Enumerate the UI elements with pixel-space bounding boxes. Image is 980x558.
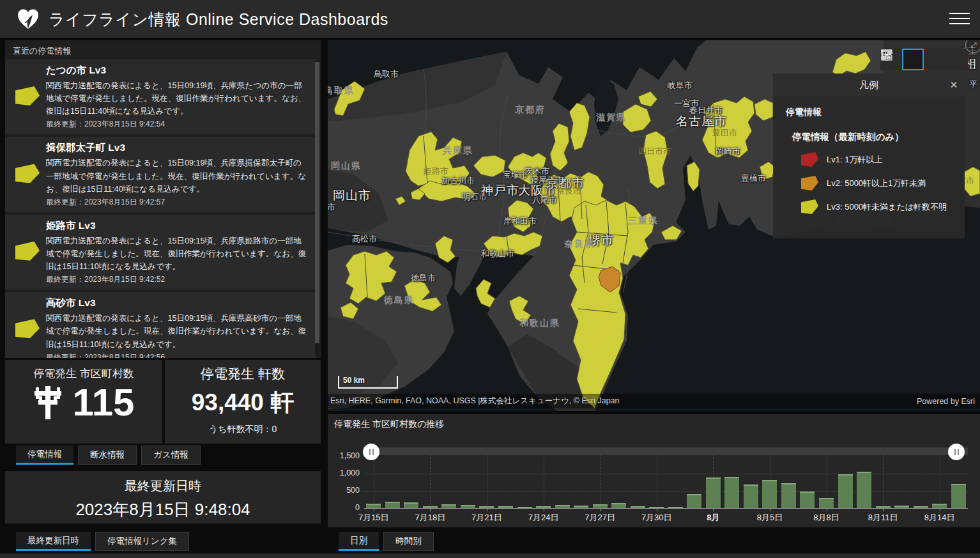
legend-section: 停電情報 (786, 107, 965, 118)
household-count-label: 停電発生 軒数 (165, 365, 321, 383)
legend-rows: Lv1: 1万軒以上Lv2: 5000軒以上1万軒未満Lv3: 5000軒未満ま… (773, 152, 965, 214)
x-axis-tick (374, 509, 374, 511)
tab-断水情報[interactable]: 断水情報 (78, 446, 137, 465)
h-gridline (364, 491, 968, 492)
left-footer-tabs: 最終更新日時停電情報リンク集 (16, 532, 189, 551)
last-update-card: 最終更新日時 2023年8月15日 9:48:04 (5, 471, 321, 523)
x-axis-tick (487, 509, 487, 511)
x-axis-label: 8月5日 (757, 512, 783, 523)
scale-bar: 50 km (338, 376, 398, 389)
h-gridline (364, 474, 968, 474)
v-gridline (600, 447, 601, 508)
news-item[interactable]: 高砂市 Lv3関西電力送配電の発表によると、15日09:15頃、兵庫県高砂市の一… (5, 292, 316, 358)
lv3-flag-icon (15, 86, 40, 105)
attribution-text: Esri, HERE, Garmin, FAO, NOAA, USGS |株式会… (330, 396, 917, 407)
legend-swatch (801, 199, 818, 214)
x-axis-tick (600, 509, 601, 511)
x-axis-label: 7月30日 (641, 512, 672, 523)
bar-8月7日 (800, 492, 815, 508)
news-item-body: 関西電力送配電の発表によると、15日09:15頃、兵庫県姫路市の一部地域で停電が… (46, 235, 307, 273)
x-axis-tick (770, 509, 770, 511)
news-scrollbar[interactable] (315, 61, 319, 355)
app-header: ライフライン情報 Online Service Dashboards (0, 0, 980, 38)
outage-trend-chart: 停電発生 市区町村数の推移 05001,0001,5007月15日7月18日7月… (328, 414, 980, 527)
app-title: ライフライン情報 Online Service Dashboards (49, 9, 388, 30)
news-item-body: 関西電力送配電の発表によると、15日09:19頃、兵庫県揖保郡太子町の一部地域で… (46, 157, 307, 195)
outage-map[interactable]: 鳥取市鳥取県岡山県岡山市敷市京都府滋賀県兵庫県姫路市加古川市明石市神戸市宝塚市大… (328, 40, 980, 411)
x-axis-tick (430, 509, 431, 511)
x-axis-tick (940, 509, 940, 511)
x-axis-tick (883, 509, 884, 511)
x-axis-tick (544, 509, 544, 511)
v-gridline (430, 447, 431, 508)
x-axis-label: 7月18日 (415, 512, 446, 523)
bar-8月9日 (838, 474, 853, 508)
v-gridline (544, 447, 544, 508)
bar-8月15日 (951, 484, 966, 508)
y-axis-label: 0 (329, 503, 360, 512)
y-axis-label: 1,000 (329, 469, 360, 477)
news-item[interactable]: 姫路市 Lv3関西電力送配電の発表によると、15日09:15頃、兵庫県姫路市の一… (5, 215, 316, 290)
news-item[interactable]: 揖保郡太子町 Lv3関西電力送配電の発表によると、15日09:19頃、兵庫県揖保… (5, 137, 316, 212)
bar-8月8日 (819, 498, 834, 508)
news-item[interactable]: たつの市 Lv3関西電力送配電の発表によると、15日09:19頃、兵庫県たつの市… (5, 59, 316, 134)
news-item-updated: 最終更新：2023年8月15日 9:42:56 (46, 352, 307, 358)
utility-pole-icon (33, 385, 63, 420)
bar-8月5日 (762, 480, 777, 508)
legend-item: Lv3: 5000軒未満または軒数不明 (801, 199, 965, 214)
legend-icon[interactable] (902, 49, 924, 70)
layers-icon[interactable] (924, 49, 946, 70)
bar-7月15日 (366, 504, 381, 508)
news-item-body: 関西電力送配電の発表によると、15日09:15頃、兵庫県高砂市の一部地域で停電が… (46, 312, 307, 350)
basemap-icon[interactable] (946, 49, 967, 70)
tab-日別[interactable]: 日別 (339, 532, 379, 551)
x-axis-label: 7月27日 (585, 512, 615, 523)
tab-最終更新日時[interactable]: 最終更新日時 (16, 532, 91, 551)
bar-8月6日 (781, 483, 796, 508)
recent-outage-panel: 直近の停電情報 たつの市 Lv3関西電力送配電の発表によると、15日09:19頃… (5, 40, 321, 358)
menu-icon[interactable] (949, 13, 970, 26)
x-axis-label: 7月21日 (471, 512, 502, 523)
tab-停電情報[interactable]: 停電情報 (16, 446, 73, 465)
chart-mode-tabs: 日別時間別 (339, 532, 434, 551)
lv3-flag-icon (15, 319, 40, 338)
time-slider-handle-right[interactable] (948, 444, 965, 460)
lv3-flag-icon (15, 242, 40, 261)
dashboard: ライフライン情報 Online Service Dashboards 直近の停電… (0, 0, 980, 558)
legend-item: Lv2: 5000軒以上1万軒未満 (801, 176, 965, 190)
household-count-value: 93,440 軒 (165, 387, 321, 419)
close-icon[interactable]: ✕ (943, 74, 965, 96)
x-axis-line (364, 508, 968, 509)
time-slider-track[interactable] (364, 447, 968, 455)
news-item-title: たつの市 Lv3 (46, 64, 307, 77)
municipality-count-value: 115 (73, 384, 135, 422)
map-toolbar (880, 49, 968, 70)
news-item-title: 高砂市 Lv3 (46, 297, 307, 310)
x-axis-tick (713, 509, 714, 511)
bar-8月2日 (706, 477, 721, 508)
tab-ガス情報[interactable]: ガス情報 (141, 446, 201, 465)
lifeline-tabs: 停電情報断水情報ガス情報 (16, 446, 201, 465)
legend-swatch (801, 152, 818, 167)
bottom-strip (0, 554, 980, 558)
powered-by-esri: Powered by Esri (917, 397, 975, 406)
last-update-datetime: 2023年8月15日 9:48:04 (5, 499, 321, 521)
bar-7月28日 (611, 503, 626, 508)
tab-時間別[interactable]: 時間別 (383, 532, 434, 551)
bar-7月16日 (385, 502, 400, 508)
x-axis-label: 8月14日 (924, 512, 955, 523)
legend-swatch (801, 176, 818, 190)
municipality-count-card: 停電発生 市区町村数 115 (5, 360, 162, 444)
outage-news-list[interactable]: たつの市 Lv3関西電力送配電の発表によると、15日09:19頃、兵庫県たつの市… (5, 59, 316, 358)
news-item-body: 関西電力送配電の発表によると、15日09:19頃、兵庫県たつの市の一部地域で停電… (46, 79, 307, 118)
municipality-count-label: 停電発生 市区町村数 (5, 366, 162, 381)
tab-停電情報リンク集[interactable]: 停電情報リンク集 (95, 532, 189, 551)
news-item-title: 姫路市 Lv3 (46, 219, 307, 233)
bar-8月1日 (687, 494, 701, 508)
time-slider-handle-left[interactable] (363, 444, 379, 460)
x-axis-label: 8月11日 (868, 512, 898, 523)
legend-label: Lv2: 5000軒以上1万軒未満 (827, 178, 926, 189)
legend-label: Lv1: 1万軒以上 (827, 154, 882, 166)
legend-title: 凡例 (795, 79, 943, 91)
y-axis-label: 1,500 (329, 451, 360, 460)
